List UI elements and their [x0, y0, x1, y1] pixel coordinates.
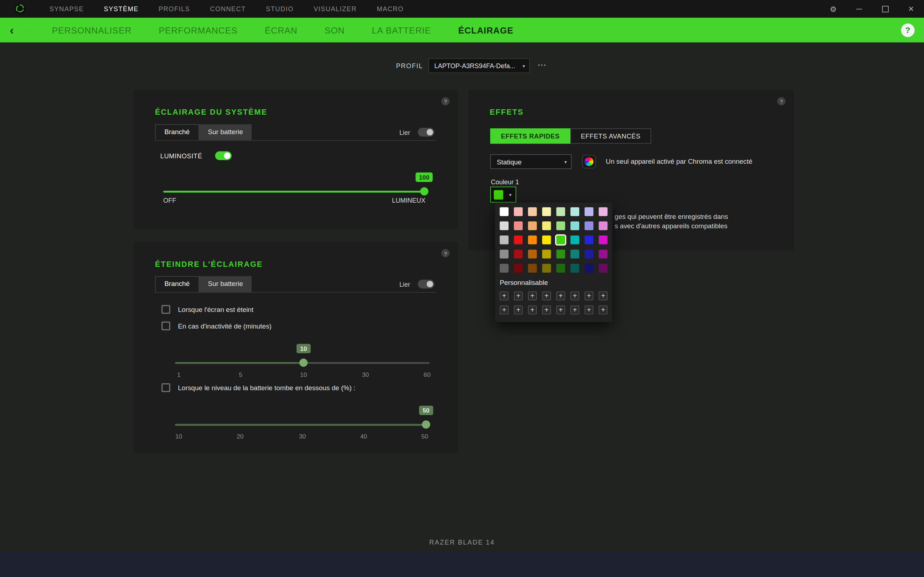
- menu-item[interactable]: CONNECT: [210, 5, 246, 13]
- color-swatch[interactable]: [514, 235, 523, 244]
- close-button[interactable]: ×: [898, 0, 924, 18]
- add-custom-color-button[interactable]: [585, 292, 593, 300]
- color-swatch[interactable]: [499, 207, 508, 216]
- add-custom-color-button[interactable]: [528, 305, 537, 314]
- add-custom-color-button[interactable]: [542, 305, 551, 314]
- section-tab[interactable]: SON: [325, 25, 345, 35]
- checkbox[interactable]: [162, 305, 170, 314]
- color-swatch[interactable]: [542, 221, 551, 230]
- slider-handle[interactable]: [420, 187, 428, 195]
- color-swatch[interactable]: [542, 235, 551, 244]
- section-tab[interactable]: LA BATTERIE: [372, 25, 431, 35]
- add-custom-color-button[interactable]: [542, 292, 551, 300]
- power-tab[interactable]: Sur batterie: [199, 124, 252, 140]
- color-swatch[interactable]: [570, 250, 579, 258]
- power-tab[interactable]: Branché: [155, 276, 199, 292]
- color-swatch[interactable]: [556, 207, 565, 216]
- color-swatch[interactable]: [528, 207, 537, 216]
- add-custom-color-button[interactable]: [499, 292, 508, 300]
- color-swatch[interactable]: [528, 264, 537, 272]
- color-swatch[interactable]: [499, 235, 508, 244]
- color-swatch[interactable]: [499, 264, 508, 272]
- checkbox-row-battery[interactable]: Lorsque le niveau de la batterie tombe e…: [162, 384, 355, 392]
- color-swatch[interactable]: [599, 207, 607, 216]
- help-button[interactable]: ?: [901, 23, 914, 37]
- profile-more-options-button[interactable]: ⋯: [538, 60, 547, 70]
- settings-gear-icon[interactable]: ⚙: [821, 0, 846, 18]
- color-swatch[interactable]: [570, 235, 579, 244]
- color-swatch[interactable]: [542, 250, 551, 258]
- color-swatch[interactable]: [528, 250, 537, 258]
- add-custom-color-button[interactable]: [570, 305, 579, 314]
- color-swatch[interactable]: [599, 264, 607, 272]
- add-custom-color-button[interactable]: [570, 292, 579, 300]
- effects-tab[interactable]: EFFETS AVANCÉS: [570, 128, 651, 143]
- color-swatch[interactable]: [585, 221, 593, 230]
- color-swatch[interactable]: [556, 250, 565, 258]
- color-swatch[interactable]: [585, 235, 593, 244]
- color-swatch[interactable]: [528, 221, 537, 230]
- menu-item[interactable]: PROFILS: [158, 5, 190, 13]
- checkbox[interactable]: [162, 321, 170, 330]
- slider-handle[interactable]: [422, 421, 430, 429]
- slider-track[interactable]: [175, 424, 427, 426]
- color-swatch[interactable]: [585, 207, 593, 216]
- add-custom-color-button[interactable]: [556, 292, 565, 300]
- minimize-button[interactable]: [846, 0, 872, 18]
- menu-item[interactable]: SYSTÈME: [104, 5, 139, 13]
- add-custom-color-button[interactable]: [528, 292, 537, 300]
- section-tab[interactable]: PERSONNALISER: [52, 25, 132, 35]
- color-swatch[interactable]: [599, 250, 607, 258]
- section-tab[interactable]: ÉCRAN: [265, 25, 297, 35]
- help-icon[interactable]: ?: [441, 97, 450, 105]
- menu-item[interactable]: STUDIO: [266, 5, 294, 13]
- color-swatch[interactable]: [556, 235, 565, 244]
- razer-logo-icon[interactable]: [14, 3, 26, 15]
- help-icon[interactable]: ?: [441, 249, 450, 258]
- brightness-toggle[interactable]: [215, 152, 232, 160]
- color-swatch[interactable]: [570, 207, 579, 216]
- add-custom-color-button[interactable]: [585, 305, 593, 314]
- color-swatch[interactable]: [570, 264, 579, 272]
- color-swatch[interactable]: [570, 221, 579, 230]
- slider-track[interactable]: [163, 191, 426, 193]
- color-swatch[interactable]: [599, 221, 607, 230]
- checkbox[interactable]: [162, 384, 170, 392]
- color-swatch-button[interactable]: ▾: [490, 187, 516, 203]
- color-swatch[interactable]: [514, 221, 523, 230]
- effect-type-dropdown[interactable]: Statique ▾: [490, 154, 571, 169]
- chroma-color-wheel-icon[interactable]: [582, 155, 596, 168]
- add-custom-color-button[interactable]: [599, 292, 607, 300]
- color-swatch[interactable]: [514, 264, 523, 272]
- effects-tab[interactable]: EFFETS RAPIDES: [490, 128, 570, 143]
- checkbox-row-screen-off[interactable]: Lorsque l'écran est éteint: [162, 305, 254, 314]
- menu-item[interactable]: MACRO: [377, 5, 404, 13]
- color-swatch[interactable]: [528, 235, 537, 244]
- help-icon[interactable]: ?: [777, 97, 785, 105]
- checkbox-row-idle[interactable]: En cas d'inactivité de (minutes): [162, 321, 271, 330]
- color-swatch[interactable]: [556, 221, 565, 230]
- color-swatch[interactable]: [542, 264, 551, 272]
- forward-button[interactable]: ›: [19, 18, 33, 43]
- menu-item[interactable]: VISUALIZER: [313, 5, 357, 13]
- add-custom-color-button[interactable]: [556, 305, 565, 314]
- profile-dropdown[interactable]: LAPTOP-A3RS94FA-Defa... ▾: [428, 58, 530, 73]
- link-toggle[interactable]: [418, 128, 435, 136]
- color-swatch[interactable]: [585, 250, 593, 258]
- section-tab[interactable]: PERFORMANCES: [159, 25, 238, 35]
- color-swatch[interactable]: [499, 250, 508, 258]
- link-toggle[interactable]: [418, 280, 435, 288]
- idle-minutes-slider[interactable]: 10: [175, 355, 430, 370]
- add-custom-color-button[interactable]: [499, 305, 508, 314]
- color-swatch[interactable]: [514, 250, 523, 258]
- back-button[interactable]: ‹: [5, 18, 19, 43]
- maximize-button[interactable]: [872, 0, 898, 18]
- battery-percent-slider[interactable]: 50: [175, 417, 427, 432]
- color-swatch[interactable]: [542, 207, 551, 216]
- color-swatch[interactable]: [585, 264, 593, 272]
- slider-handle[interactable]: [300, 358, 308, 367]
- section-tab[interactable]: ÉCLAIRAGE: [459, 25, 514, 35]
- color-swatch[interactable]: [599, 235, 607, 244]
- add-custom-color-button[interactable]: [514, 292, 523, 300]
- color-swatch[interactable]: [514, 207, 523, 216]
